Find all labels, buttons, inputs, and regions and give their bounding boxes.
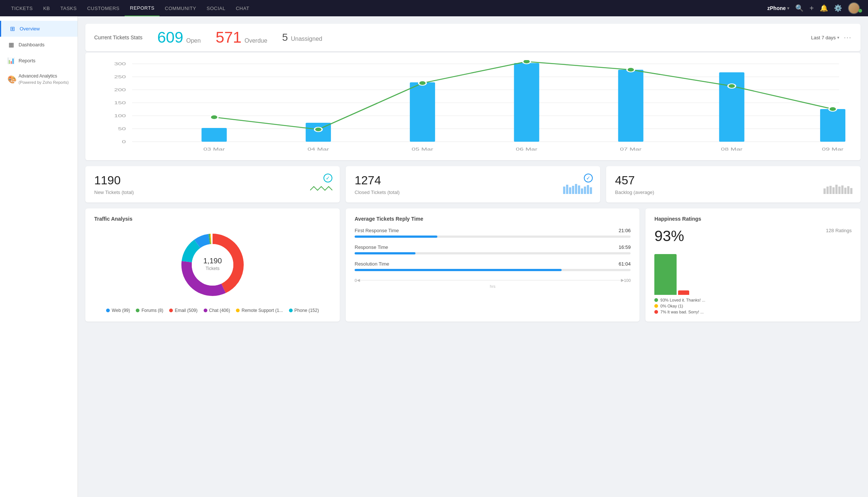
svg-text:03 Mar: 03 Mar [203,147,225,151]
svg-text:150: 150 [114,101,126,105]
analytics-icon: 🎨 [7,75,15,84]
response-time-label: Response Time [355,244,388,250]
metric-closed-tickets: 1274 Closed Tickets (total) ✓ [346,166,600,203]
svg-rect-32 [826,187,829,194]
dot-03mar [210,115,218,119]
first-response-bar-bg [355,236,631,238]
svg-text:06 Mar: 06 Mar [516,147,537,151]
svg-rect-39 [847,186,849,194]
date-filter[interactable]: Last 7 days ▾ [811,35,839,40]
topnav-right: zPhone ▾ 🔍 + 🔔 ⚙️ [767,2,862,14]
nav-kb[interactable]: KB [38,0,55,16]
svg-rect-36 [838,187,841,194]
svg-rect-27 [581,188,583,194]
nav-tickets[interactable]: TICKETS [6,0,38,16]
unassigned-count: 5 [282,32,288,43]
svg-rect-38 [844,188,846,194]
check-icon-closed: ✓ [584,174,593,182]
search-icon[interactable]: 🔍 [795,4,803,12]
sidebar-label-overview: Overview [20,26,40,32]
chat-dot [204,309,207,312]
okay-label: 0% Okay (1) [660,304,683,308]
svg-text:100: 100 [114,113,126,118]
svg-rect-29 [587,185,589,194]
open-count: 609 [157,30,183,45]
svg-rect-23 [569,187,571,194]
svg-rect-28 [584,187,586,194]
avatar[interactable] [848,2,860,14]
svg-text:08 Mar: 08 Mar [721,147,743,151]
sidebar: ⊞ Overview ▦ Dashboards 📊 Reports 🎨 Adva… [0,16,78,497]
new-tickets-label: New Tickets (total) [94,190,331,195]
brand-selector[interactable]: zPhone ▾ [767,5,790,11]
donut-legend: Web (99) Forums (8) Email (509) Cha [106,308,319,313]
chart-svg: 300 250 200 150 100 50 0 [94,60,852,153]
bar-mini-chart [563,183,593,195]
reports-icon: 📊 [7,57,15,64]
bar-08mar [719,72,744,142]
happy-bar [654,254,677,295]
stat-overdue: 571 Overdue [216,30,267,45]
settings-icon[interactable]: ⚙️ [834,4,842,12]
axis-max: 100 [624,278,631,283]
happiness-ratings-count: 128 Ratings [826,228,852,233]
email-dot [169,309,173,312]
happiness-title: Happiness Ratings [654,216,852,222]
bar-09mar [820,109,845,142]
more-options-button[interactable]: ··· [844,34,852,42]
legend-okay: 0% Okay (1) [654,304,852,308]
loved-label: 93% Loved it. Thanks! ... [660,298,705,302]
metric-backlog: 457 Backlog (average) [606,166,861,203]
nav-tasks[interactable]: TASKS [55,0,82,16]
new-tickets-number: 1190 [94,174,331,187]
svg-point-47 [192,244,233,286]
reply-time-title: Average Tickets Reply Time [355,216,631,222]
dot-05mar [419,81,426,85]
resolution-time-item: Resolution Time 61:04 [355,261,631,271]
bar-06mar [514,63,539,142]
forums-dot [136,309,139,312]
bad-dot [654,310,658,314]
legend-loved: 93% Loved it. Thanks! ... [654,298,852,302]
response-time-header: Response Time 16:59 [355,244,631,250]
nav-reports[interactable]: REPORTS [125,0,160,16]
traffic-title: Traffic Analysis [94,216,331,222]
legend-remote: Remote Support (1... [236,308,283,313]
svg-rect-40 [850,188,852,194]
svg-text:1,190: 1,190 [203,257,222,265]
add-icon[interactable]: + [809,4,814,13]
svg-rect-35 [835,185,838,194]
bad-bar [678,290,689,295]
nav-customers[interactable]: CUSTOMERS [82,0,125,16]
backlog-number: 457 [615,174,852,187]
sidebar-item-overview[interactable]: ⊞ Overview [0,21,78,37]
metric-cards-row: 1190 New Tickets (total) ✓ 1274 Closed T… [85,166,861,203]
first-response-value: 21:06 [619,228,631,233]
dot-04mar [315,127,322,132]
happiness-legend: 93% Loved it. Thanks! ... 0% Okay (1) 7%… [654,298,852,314]
bottom-row: Traffic Analysis 1,190 Tic [85,208,861,322]
nav-community[interactable]: COMMUNITY [160,0,201,16]
sidebar-item-advanced-analytics[interactable]: 🎨 Advanced Analytics(Powered by Zoho Rep… [0,69,78,90]
nav-social[interactable]: SOCIAL [201,0,231,16]
notifications-icon[interactable]: 🔔 [820,4,828,12]
nav-chat[interactable]: CHAT [231,0,254,16]
svg-text:04 Mar: 04 Mar [308,147,329,151]
legend-bad: 7% It was bad. Sorry! ... [654,310,852,314]
overview-icon: ⊞ [9,25,16,32]
svg-rect-26 [578,185,580,194]
dot-08mar [728,84,735,88]
svg-rect-30 [590,187,592,194]
resolution-time-bar-bg [355,269,631,271]
online-indicator [858,9,862,13]
overdue-label: Overdue [244,37,267,44]
dashboards-icon: ▦ [7,41,15,48]
check-icon: ✓ [323,174,332,182]
sidebar-item-dashboards[interactable]: ▦ Dashboards [0,37,78,53]
traffic-analysis-card: Traffic Analysis 1,190 Tic [85,208,340,322]
main-content: Current Tickets Stats 609 Open 571 Overd… [78,16,868,497]
legend-chat: Chat (406) [204,308,230,313]
resolution-time-value: 61:04 [619,261,631,267]
sidebar-item-reports[interactable]: 📊 Reports [0,53,78,69]
axis-line [360,280,621,280]
